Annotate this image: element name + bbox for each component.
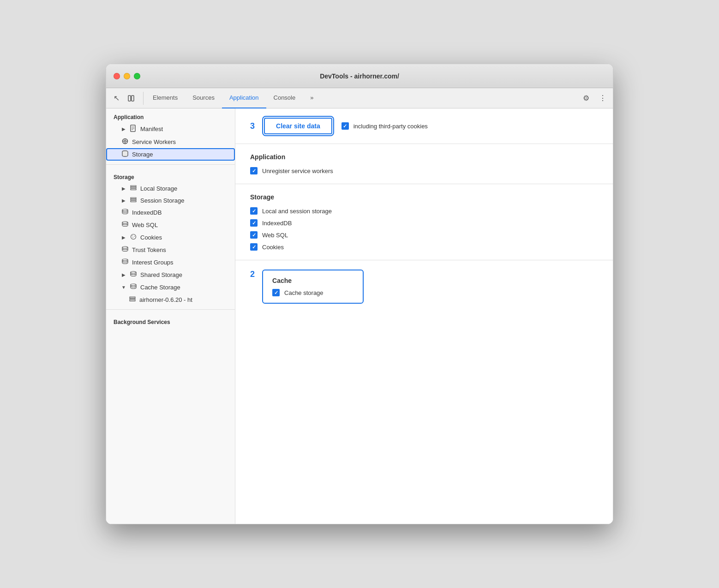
sidebar-item-cache-entry[interactable]: airhorner-0.6.20 - ht xyxy=(106,294,235,306)
step2-badge: 2 xyxy=(250,270,255,279)
unregister-sw-label: Unregister service workers xyxy=(262,168,333,174)
sidebar-item-manifest[interactable]: Manifest xyxy=(106,122,235,136)
cache-section-title: Cache xyxy=(272,277,354,284)
main-layout: Application Manifest xyxy=(106,108,613,524)
sidebar-item-trust-tokens[interactable]: Trust Tokens xyxy=(106,244,235,256)
third-party-label: including third-party cookies xyxy=(354,123,428,130)
sidebar-item-web-sql[interactable]: Web SQL xyxy=(106,219,235,231)
cache-entry-label: airhorner-0.6.20 - ht xyxy=(139,296,192,303)
cookies-icon xyxy=(129,234,138,241)
tab-more[interactable]: » xyxy=(303,88,321,108)
sidebar: Application Manifest xyxy=(106,108,235,524)
svg-rect-29 xyxy=(130,297,135,298)
manifest-label: Manifest xyxy=(140,126,163,132)
cookies-row: Cookies xyxy=(250,243,598,251)
shared-storage-arrow-icon xyxy=(121,272,126,278)
third-party-checkbox[interactable] xyxy=(342,122,349,130)
shared-storage-icon xyxy=(129,271,138,279)
svg-rect-18 xyxy=(131,201,136,202)
svg-rect-1 xyxy=(132,96,134,101)
cache-storage-icon xyxy=(129,283,138,291)
clear-site-data-button[interactable]: Clear site data xyxy=(264,118,332,134)
cookies-label-content: Cookies xyxy=(262,244,284,251)
manifest-icon xyxy=(129,125,138,133)
cookies-checkbox[interactable] xyxy=(250,243,258,251)
svg-point-26 xyxy=(122,259,128,261)
tab-console[interactable]: Console xyxy=(266,88,303,108)
tab-elements[interactable]: Elements xyxy=(145,88,185,108)
service-workers-icon xyxy=(121,138,129,146)
toolbar-right: ⚙ ⋮ xyxy=(580,92,609,105)
sidebar-item-storage[interactable]: Storage xyxy=(106,148,235,161)
svg-point-22 xyxy=(132,235,133,236)
indexeddb-icon xyxy=(121,209,129,216)
minimize-button[interactable] xyxy=(124,73,130,79)
cache-storage-row: Cache storage xyxy=(272,289,354,296)
session-storage-icon xyxy=(129,197,138,204)
storage-section: Storage Local and session storage Indexe… xyxy=(235,184,613,260)
traffic-lights xyxy=(114,73,140,79)
cache-storage-label: Cache Storage xyxy=(140,284,180,291)
svg-point-24 xyxy=(132,237,133,238)
manifest-arrow-icon xyxy=(121,126,126,132)
svg-rect-16 xyxy=(131,198,136,199)
svg-point-21 xyxy=(131,234,136,240)
svg-point-7 xyxy=(124,140,126,142)
sidebar-item-cookies[interactable]: Cookies xyxy=(106,231,235,244)
sidebar-item-service-workers[interactable]: Service Workers xyxy=(106,136,235,148)
sidebar-item-interest-groups[interactable]: Interest Groups xyxy=(106,256,235,269)
interest-groups-icon xyxy=(121,258,129,266)
unregister-sw-checkbox[interactable] xyxy=(250,167,258,174)
content-panel: 3 Clear site data including third-party … xyxy=(235,108,613,524)
settings-icon[interactable]: ⚙ xyxy=(580,92,593,105)
close-button[interactable] xyxy=(114,73,120,79)
sidebar-item-session-storage[interactable]: Session Storage xyxy=(106,194,235,206)
indexeddb-checkbox[interactable] xyxy=(250,219,258,227)
svg-point-25 xyxy=(122,246,128,248)
cookies-label: Cookies xyxy=(140,234,162,241)
sidebar-item-shared-storage[interactable]: Shared Storage xyxy=(106,269,235,281)
svg-rect-15 xyxy=(131,189,136,190)
cookies-arrow-icon xyxy=(121,235,126,240)
storage-section-title: Storage xyxy=(250,193,598,201)
window-title: DevTools - airhorner.com/ xyxy=(320,72,399,80)
application-section-title: Application xyxy=(250,153,598,161)
frames-icon[interactable] xyxy=(125,92,138,105)
storage-icon xyxy=(121,150,129,158)
cursor-icon[interactable]: ↖ xyxy=(110,92,123,105)
svg-point-28 xyxy=(131,284,136,286)
clear-section: 3 Clear site data including third-party … xyxy=(235,108,613,144)
toolbar: ↖ Elements Sources Application Console »… xyxy=(106,88,613,108)
indexeddb-label-content: IndexedDB xyxy=(262,220,292,227)
local-storage-arrow-icon xyxy=(121,186,126,191)
sidebar-item-local-storage[interactable]: Local Storage xyxy=(106,182,235,194)
step3-badge: 3 xyxy=(250,121,255,131)
local-session-checkbox[interactable] xyxy=(250,207,258,215)
sidebar-divider-2 xyxy=(106,309,235,310)
svg-rect-0 xyxy=(128,96,131,101)
svg-rect-31 xyxy=(130,300,135,301)
tab-sources[interactable]: Sources xyxy=(185,88,222,108)
more-icon[interactable]: ⋮ xyxy=(596,92,609,105)
maximize-button[interactable] xyxy=(134,73,140,79)
svg-rect-14 xyxy=(131,187,136,189)
tab-application[interactable]: Application xyxy=(222,88,266,108)
sidebar-application-label: Application xyxy=(106,108,235,122)
cache-storage-checkbox[interactable] xyxy=(272,289,280,296)
unregister-sw-row: Unregister service workers xyxy=(250,167,598,174)
cache-highlight-box: Cache Cache storage xyxy=(262,270,364,304)
svg-rect-30 xyxy=(130,299,135,300)
sidebar-background-label: Background Services xyxy=(106,313,235,327)
storage-label: Storage xyxy=(132,151,153,158)
svg-rect-17 xyxy=(131,199,136,201)
sidebar-item-cache-storage[interactable]: Cache Storage xyxy=(106,281,235,294)
svg-point-23 xyxy=(134,236,135,237)
web-sql-row: Web SQL xyxy=(250,231,598,239)
interest-groups-label: Interest Groups xyxy=(132,259,174,266)
web-sql-checkbox[interactable] xyxy=(250,231,258,239)
application-section: Application Unregister service workers xyxy=(235,144,613,184)
local-storage-icon xyxy=(129,185,138,192)
sidebar-item-indexeddb[interactable]: IndexedDB xyxy=(106,206,235,219)
cache-storage-label-content: Cache storage xyxy=(284,289,324,296)
indexeddb-row: IndexedDB xyxy=(250,219,598,227)
